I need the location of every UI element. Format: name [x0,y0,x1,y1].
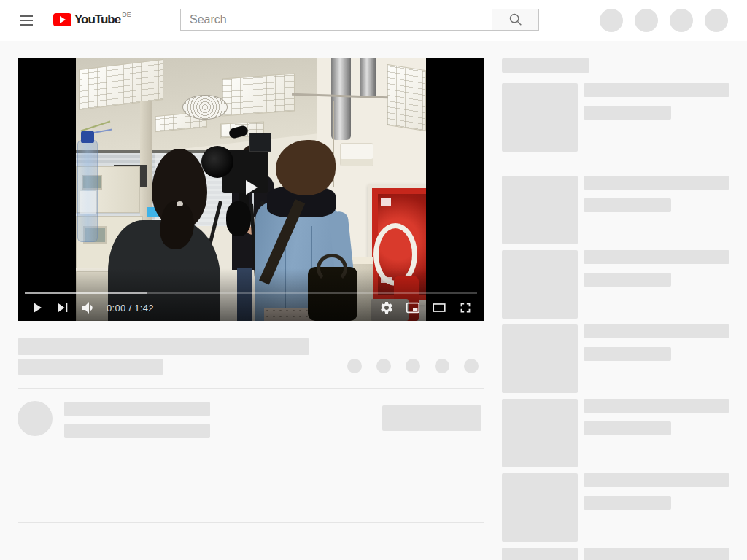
scene-light-panel [387,64,426,132]
scene-light-panel [222,74,295,117]
action-button-placeholder[interactable] [376,359,391,373]
miniplayer-button[interactable] [400,295,426,321]
channel-name-placeholder [64,402,210,416]
hamburger-icon [20,20,33,21]
scene-bottle-label [80,191,96,214]
related-item[interactable] [502,176,729,244]
youtube-logo-text: YouTube [74,13,120,26]
divider [18,522,484,523]
channel-subs-placeholder [64,424,210,438]
youtube-logo-icon [53,13,71,26]
scene-ac-unit [340,143,374,166]
youtube-watch-page: YouTube DE [0,0,747,560]
progress-buffer [25,292,147,294]
related-item[interactable] [502,250,729,319]
scene-ceiling-vent [182,95,228,120]
time-display: 0:00 / 1:42 [107,303,154,314]
scene-label [381,198,391,206]
related-title-placeholder [584,324,729,338]
magnifier-icon [508,12,524,28]
action-button-placeholder[interactable] [435,359,449,373]
subscribe-button-placeholder[interactable] [382,405,481,431]
masthead: YouTube DE [0,0,747,41]
related-item-text [584,250,729,319]
related-meta-placeholder [584,198,671,212]
next-icon [54,299,71,316]
miniplayer-icon [405,300,421,316]
related-item[interactable] [502,548,729,560]
related-item[interactable] [502,473,729,542]
fullscreen-button[interactable] [452,295,479,321]
related-header-placeholder [502,58,589,73]
scene-camera-lens [201,146,233,178]
scene-camera-monitor [249,133,271,152]
header-avatar-placeholder[interactable] [705,9,728,32]
related-item-text [584,548,729,560]
volume-icon [80,299,98,316]
related-item-text [584,176,729,244]
controls-right [374,295,479,321]
related-title-placeholder [584,250,729,264]
thumbnail-placeholder[interactable] [502,83,578,152]
action-button-placeholder[interactable] [347,359,362,373]
header-actions [600,9,728,32]
player-controls: 0:00 / 1:42 [18,295,484,321]
youtube-logo[interactable]: YouTube DE [53,13,131,26]
volume-button[interactable] [76,295,102,321]
scene-duct [360,58,376,98]
related-item[interactable] [502,83,729,152]
related-item-text [584,83,729,152]
progress-bar[interactable] [25,292,477,294]
related-meta-placeholder [584,421,671,435]
play-button[interactable] [23,295,50,321]
country-code-badge: DE [122,11,131,18]
video-stats-placeholder [18,359,163,375]
controls-left: 0:00 / 1:42 [23,295,154,321]
primary-column: 0:00 / 1:42 [18,58,484,560]
settings-button[interactable] [374,295,400,321]
related-item[interactable] [502,324,729,393]
action-button-placeholder[interactable] [406,359,420,373]
theater-button[interactable] [426,295,452,321]
related-item[interactable] [502,399,729,467]
header-avatar-placeholder[interactable] [600,9,623,32]
scene-person-right-hair [276,140,336,195]
related-item-text [584,324,729,393]
scene-headphones [226,201,251,236]
related-meta-placeholder [584,496,671,510]
related-title-placeholder [584,176,729,190]
scene-duct [331,58,351,140]
search-form [180,9,539,31]
menu-button[interactable] [12,6,41,35]
related-list [502,83,729,560]
thumbnail-placeholder[interactable] [502,324,578,393]
related-title-placeholder [584,83,729,97]
divider [18,388,484,389]
related-meta-placeholder [584,273,671,287]
thumbnail-placeholder[interactable] [502,250,578,319]
related-title-placeholder [584,548,729,560]
header-avatar-placeholder[interactable] [635,9,658,32]
theater-icon [431,300,447,316]
thumbnail-placeholder[interactable] [502,176,578,244]
scene-hair-clip [177,201,183,206]
search-button[interactable] [492,9,539,31]
hamburger-icon [20,15,33,17]
video-actions-placeholder [347,359,479,373]
video-title-placeholder [18,338,309,355]
thumbnail-placeholder[interactable] [502,473,578,542]
related-item-text [584,473,729,542]
next-button[interactable] [50,295,76,321]
thumbnail-placeholder[interactable] [502,548,578,560]
related-meta-placeholder [584,106,671,120]
related-title-placeholder [584,473,729,487]
gear-icon [379,300,394,315]
header-avatar-placeholder[interactable] [670,9,693,32]
play-overlay-icon[interactable] [246,180,258,195]
thumbnail-placeholder[interactable] [502,399,578,467]
action-button-placeholder[interactable] [464,359,479,373]
channel-avatar-placeholder[interactable] [18,401,53,436]
sidebar-divider [502,163,729,163]
fullscreen-icon [457,300,473,316]
search-input[interactable] [180,9,492,31]
